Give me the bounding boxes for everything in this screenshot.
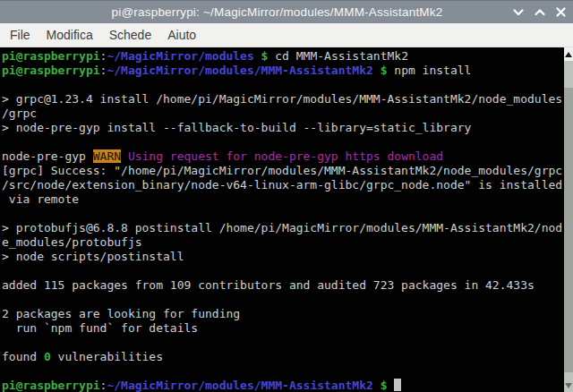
terminal-line: via remote — [2, 192, 562, 207]
window-titlebar[interactable]: pi@raspberrypi: ~/MagicMirror/modules/MM… — [0, 0, 573, 23]
terminal-line — [2, 264, 562, 278]
terminal-line: /grpc — [2, 107, 562, 121]
terminal-cursor — [394, 379, 401, 391]
x-icon — [556, 7, 566, 17]
terminal-screen[interactable]: pi@raspberrypi:~/MagicMirror/modules $ c… — [0, 47, 573, 392]
menu-item-schede[interactable]: Schede — [101, 24, 159, 46]
menu-item-file[interactable]: File — [2, 24, 38, 46]
maximize-button[interactable] — [533, 5, 546, 19]
window-controls — [508, 5, 573, 19]
terminal-line — [2, 135, 562, 149]
scroll-down-button[interactable] — [564, 380, 573, 391]
terminal-line: 2 packages are looking for funding — [2, 307, 562, 321]
menu-item-modifica[interactable]: Modifica — [38, 24, 101, 46]
terminal-line: pi@raspberrypi:~/MagicMirror/modules/MMM… — [2, 64, 562, 78]
terminal-output: pi@raspberrypi:~/MagicMirror/modules $ c… — [2, 49, 562, 392]
scroll-up-button[interactable] — [564, 47, 573, 61]
terminal-line: > grpc@1.23.4 install /home/pi/MagicMirr… — [2, 92, 562, 107]
terminal-line: run `npm fund` for details — [2, 321, 562, 336]
window-title: pi@raspberrypi: ~/MagicMirror/modules/MM… — [0, 5, 508, 19]
terminal-line — [2, 336, 562, 350]
terminal-window: pi@raspberrypi: ~/MagicMirror/modules/MM… — [0, 0, 573, 392]
terminal-line: node-pre-gyp WARN Using request for node… — [2, 149, 562, 164]
scrollbar-thumb[interactable] — [564, 88, 573, 372]
close-button[interactable] — [554, 5, 568, 19]
menu-bar: File Modifica Schede Aiuto — [0, 23, 573, 47]
terminal-line: /src/node/extension_binary/node-v64-linu… — [2, 178, 562, 192]
terminal-line — [2, 293, 562, 307]
terminal-line: found 0 vulnerabilities — [2, 350, 562, 364]
menu-item-aiuto[interactable]: Aiuto — [159, 24, 204, 46]
terminal-line: > node-pre-gyp install --fallback-to-bui… — [2, 121, 562, 135]
terminal-line: pi@raspberrypi:~/MagicMirror/modules/MMM… — [2, 379, 562, 392]
chevron-down-icon — [513, 9, 524, 16]
minimize-button[interactable] — [511, 5, 525, 19]
terminal-line: > protobufjs@6.8.8 postinstall /home/pi/… — [2, 221, 562, 235]
triangle-down-icon — [565, 383, 572, 388]
terminal-line — [2, 78, 562, 92]
terminal-line — [2, 207, 562, 221]
terminal-line: e_modules/protobufjs — [2, 235, 562, 250]
chevron-up-icon — [535, 9, 545, 16]
terminal-line — [2, 364, 562, 379]
terminal-line: [grpc] Success: "/home/pi/MagicMirror/mo… — [2, 164, 562, 178]
terminal-line: > node scripts/postinstall — [2, 250, 562, 264]
scrollbar[interactable] — [564, 47, 573, 392]
terminal-line: pi@raspberrypi:~/MagicMirror/modules $ c… — [2, 49, 562, 64]
triangle-up-icon — [565, 52, 572, 57]
terminal-line: added 115 packages from 109 contributors… — [2, 278, 562, 293]
